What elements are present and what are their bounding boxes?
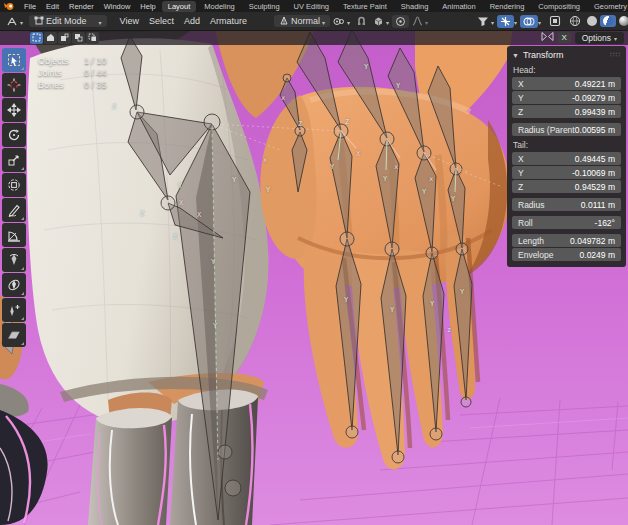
editor-type-icon[interactable]: ▾: [3, 15, 26, 28]
workspace-tab-sculpting[interactable]: Sculpting: [243, 1, 286, 12]
select-mode-new[interactable]: [30, 32, 43, 44]
snap-target-icon: [373, 16, 384, 27]
xray-toggle[interactable]: [546, 14, 564, 28]
tool-scale[interactable]: [2, 148, 26, 172]
workspace-tab-shading[interactable]: Shading: [395, 1, 435, 12]
shear-icon: [7, 328, 21, 342]
snap-toggle[interactable]: [353, 15, 370, 28]
snap-target-dropdown[interactable]: ▾: [370, 15, 392, 28]
solid-shading-icon: [587, 16, 597, 26]
workspace-tab-modeling[interactable]: Modeling: [198, 1, 240, 12]
proportional-editing-toggle[interactable]: [392, 15, 409, 28]
gizmo-toggle[interactable]: [497, 15, 514, 28]
workspace-tab-rendering[interactable]: Rendering: [484, 1, 531, 12]
select-mode-invert[interactable]: [72, 32, 85, 44]
extrude-icon: [7, 303, 21, 317]
visibility-filter-icon: [477, 16, 489, 27]
panel-drag-handle-icon[interactable]: ∷∷: [610, 51, 621, 59]
workspace-tab-uv-editing[interactable]: UV Editing: [288, 1, 335, 12]
tool-rotate[interactable]: [2, 123, 26, 147]
head-x-field[interactable]: X 0.49221 m: [512, 77, 621, 90]
menu-file[interactable]: File: [19, 2, 41, 11]
stat-objects-label: Objects: [38, 55, 84, 67]
overlays-icon: [523, 16, 535, 27]
shading-rendered-button[interactable]: [616, 15, 628, 27]
edit-mode-icon: [34, 16, 44, 26]
length-field[interactable]: Length 0.049782 m: [512, 234, 621, 247]
orientation-dropdown[interactable]: Normal ▾: [274, 15, 330, 27]
field-value: 0.0249 m: [580, 250, 615, 260]
falloff-curve-icon: [412, 16, 423, 26]
viewport-header: ▾ Edit Mode ▾ View Select Add Armature N…: [0, 12, 628, 31]
tool-shelf: [2, 48, 27, 347]
menu-select[interactable]: Select: [144, 16, 179, 26]
tool-measure[interactable]: [2, 223, 26, 247]
mirror-x-toggle[interactable]: X: [558, 32, 571, 43]
options-dropdown[interactable]: Options ▾: [575, 32, 624, 44]
field-label: Roll: [518, 218, 533, 228]
tool-annotate[interactable]: [2, 198, 26, 222]
field-value: -162°: [595, 218, 615, 228]
falloff-dropdown[interactable]: ▾: [409, 15, 431, 27]
tail-x-field[interactable]: X 0.49445 m: [512, 152, 621, 165]
menu-edit[interactable]: Edit: [41, 2, 64, 11]
menu-armature[interactable]: Armature: [205, 16, 252, 26]
overlays-toggle[interactable]: [520, 15, 538, 28]
tail-radius-field[interactable]: Radius 0.0111 m: [512, 198, 621, 211]
tool-move[interactable]: [2, 98, 26, 122]
menu-view[interactable]: View: [115, 16, 144, 26]
envelope-field[interactable]: Envelope 0.0249 m: [512, 248, 621, 261]
shading-solid-button[interactable]: [584, 15, 600, 27]
menu-window[interactable]: Window: [99, 2, 136, 11]
tool-roll[interactable]: [2, 248, 26, 272]
field-value: 0.94529 m: [575, 182, 615, 192]
field-value: 0.99439 m: [575, 107, 615, 117]
workspace-tab-texture-paint[interactable]: Texture Paint: [337, 1, 393, 12]
blender-logo-icon[interactable]: [4, 2, 15, 11]
tool-bone-envelope[interactable]: [2, 273, 26, 297]
pivot-point-dropdown[interactable]: ▾: [330, 15, 353, 28]
menu-help[interactable]: Help: [135, 2, 160, 11]
head-y-field[interactable]: Y -0.09279 m: [512, 91, 621, 104]
rendered-shading-icon: [619, 16, 628, 26]
head-radius-field[interactable]: Radius (Parent 0.00595 m: [512, 123, 621, 136]
workspace-tab-layout[interactable]: Layout: [162, 1, 197, 12]
orientation-label: Normal: [291, 16, 320, 26]
tool-transform[interactable]: [2, 173, 26, 197]
menu-render[interactable]: Render: [64, 2, 99, 11]
annotate-pen-icon: [7, 203, 21, 217]
tool-extrude[interactable]: [2, 298, 26, 322]
menu-add[interactable]: Add: [179, 16, 205, 26]
select-mode-extend[interactable]: [44, 32, 57, 44]
workspace-tab-animation[interactable]: Animation: [436, 1, 481, 12]
collapse-chevron-icon[interactable]: ▼: [512, 52, 519, 59]
mirror-icon[interactable]: [541, 31, 554, 44]
field-value: 0.0111 m: [581, 200, 615, 210]
field-value: 0.49221 m: [575, 79, 615, 89]
shading-wireframe-button[interactable]: [566, 14, 584, 28]
tool-shear[interactable]: [2, 323, 26, 347]
workspace-tab-geometry-nodes[interactable]: Geometry Nodes: [588, 1, 628, 12]
tool-select-box[interactable]: [2, 48, 26, 72]
length-envelope-group: Length 0.049782 m Envelope 0.0249 m: [512, 234, 621, 261]
gizmo-dropdown-caret[interactable]: ▾: [514, 18, 517, 25]
measure-icon: [7, 228, 21, 242]
field-label: X: [518, 154, 524, 164]
tool-cursor[interactable]: [2, 73, 26, 97]
head-z-field[interactable]: Z 0.99439 m: [512, 105, 621, 118]
tail-y-field[interactable]: Y -0.10069 m: [512, 166, 621, 179]
mode-label: Edit Mode: [46, 16, 87, 26]
workspace-tab-compositing[interactable]: Compositing: [532, 1, 586, 12]
select-mode-subtract[interactable]: [58, 32, 71, 44]
xray-toggle-icon: [549, 15, 561, 27]
stat-joints: Joints 0 / 44: [38, 67, 107, 79]
field-label: Radius (Parent: [518, 125, 575, 135]
select-mode-intersect[interactable]: [86, 32, 99, 44]
visibility-filter-dropdown[interactable]: ▾: [474, 15, 497, 28]
shading-material-button[interactable]: [600, 15, 616, 27]
overlays-dropdown-caret[interactable]: ▾: [538, 18, 541, 25]
transform-panel-header[interactable]: ▼ Transform ∷∷: [512, 50, 621, 60]
roll-field[interactable]: Roll -162°: [512, 216, 621, 229]
tail-z-field[interactable]: Z 0.94529 m: [512, 180, 621, 193]
mode-dropdown[interactable]: Edit Mode ▾: [29, 15, 107, 27]
